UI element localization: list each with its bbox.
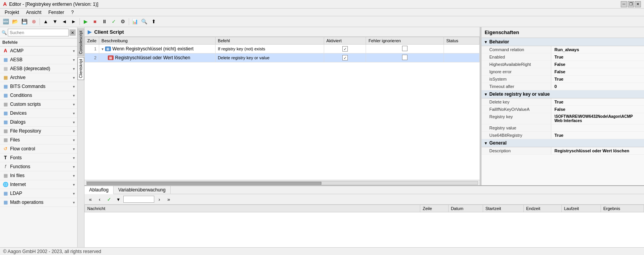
sidebar-item-aesb-deprecated[interactable]: ▦ AESB (deprecated) ▾	[0, 64, 77, 73]
toolbar-pause-btn[interactable]: ⏸	[100, 17, 109, 26]
chevron-down-icon-devices: ▾	[73, 111, 75, 115]
toolbar-down-btn[interactable]: ▼	[51, 17, 59, 26]
prop-section-general[interactable]: ▼ General	[482, 139, 644, 147]
prop-row-timeout: Timeout after 0	[482, 83, 644, 90]
table-row[interactable]: 2 ▦ Registryschlüssel oder Wert löschen …	[85, 53, 480, 62]
prop-row-registry-value: Registry value	[482, 124, 644, 132]
log-nav-first[interactable]: «	[86, 195, 95, 203]
restore-button[interactable]: ❐	[628, 1, 634, 7]
sidebar-item-devices[interactable]: ▦ Devices ▾	[0, 109, 77, 118]
sidebar-item-files[interactable]: ▦ Files ▾	[0, 136, 77, 145]
log-col-endzeit: Endzeit	[523, 205, 561, 212]
prop-section-delete-registry[interactable]: ▼ Delete registry key or value	[482, 90, 644, 98]
checkbox-aktiviert-2[interactable]	[342, 55, 348, 60]
toolbar-settings-btn[interactable]: ⚙	[119, 17, 127, 26]
sidebar-item-functions[interactable]: f Functions ▾	[0, 162, 77, 171]
checkbox-aktiviert-1[interactable]	[342, 46, 348, 52]
toolbar-open-btn[interactable]: 📂	[11, 17, 19, 26]
row-aktiviert-1[interactable]	[324, 45, 366, 53]
row-description-2: Registryschlüssel oder Wert löschen	[115, 55, 190, 60]
log-tab-variablen[interactable]: Variablenüberwachung	[114, 186, 171, 194]
toolbar-search-btn[interactable]: 🔍	[140, 17, 148, 26]
table-header-row: Zeile Beschreibung Befehl Aktiviert Fehl…	[85, 37, 480, 45]
minimize-button[interactable]: ─	[621, 1, 627, 7]
log-nav-input[interactable]	[123, 196, 154, 203]
sidebar-item-label-flow-control: Flow control	[10, 146, 35, 152]
col-zeile: Zeile	[85, 37, 99, 45]
menu-projekt[interactable]: Projekt	[2, 9, 22, 16]
sidebar-item-aesb[interactable]: ▦ AESB ▾	[0, 55, 77, 64]
prop-value-ignore-error: False	[551, 68, 644, 75]
sidebar-item-acmp[interactable]: A ACMP ▾	[0, 47, 77, 55]
log-tab-ablauflog[interactable]: Ablauflog	[85, 186, 114, 194]
log-nav-last[interactable]: »	[164, 195, 173, 203]
row-aktiviert-2[interactable]	[324, 53, 366, 62]
chevron-down-icon-files: ▾	[73, 138, 75, 142]
sidebar-item-internet[interactable]: 🌐 Internet ▾	[0, 180, 77, 189]
vtab-clientscript[interactable]: Clientskript	[78, 57, 84, 80]
sidebar-item-archive[interactable]: ▦ Archive ▾	[0, 73, 77, 82]
vtab-consolescript[interactable]: Consolescript	[78, 29, 84, 56]
sidebar-item-file-repository[interactable]: ▦ File Repository ▾	[0, 127, 77, 136]
search-icon: 🔍	[2, 30, 7, 35]
prop-label-delete-key: Delete key	[482, 98, 551, 105]
sidebar-item-label-files: Files	[10, 137, 20, 143]
sidebar-item-flow-control[interactable]: ↺ Flow control ▾	[0, 145, 77, 153]
row-desc-1: ▾ ▦ Wenn Registryschlüssel (nicht) exist…	[99, 45, 215, 53]
sidebar-item-ini-files[interactable]: ▦ Ini files ▾	[0, 171, 77, 180]
conditions-icon: ▦	[2, 92, 9, 98]
chevron-down-icon-fonts: ▾	[73, 156, 75, 160]
prop-label-timeout: Timeout after	[482, 83, 551, 90]
menu-ansicht[interactable]: Ansicht	[23, 9, 44, 16]
log-nav-prev[interactable]: ‹	[95, 195, 104, 203]
toolbar-left-btn[interactable]: ◄	[60, 17, 69, 26]
toolbar-stop-btn[interactable]: ■	[91, 17, 99, 26]
prop-section-label-behavior: Behavior	[489, 39, 509, 45]
close-button[interactable]: ✕	[635, 1, 641, 7]
chevron-down-icon-custom-scripts: ▾	[73, 102, 75, 107]
scrollbar-thumb[interactable]	[86, 181, 478, 185]
toolbar-up-btn[interactable]: ▲	[41, 17, 50, 26]
aesb-deprecated-icon: ▦	[2, 65, 9, 72]
toolbar-run-btn[interactable]: ▶	[81, 17, 90, 26]
sidebar-item-fonts[interactable]: T Fonts ▾	[0, 153, 77, 162]
checkbox-fehler-2[interactable]	[402, 55, 407, 60]
search-input[interactable]	[8, 29, 69, 36]
search-clear-button[interactable]: ✕	[69, 29, 76, 36]
collapse-icon-delete-registry: ▼	[484, 92, 488, 96]
toolbar-chart-btn[interactable]: 📊	[131, 17, 139, 26]
sidebar-item-dialogs[interactable]: ▦ Dialogs ▾	[0, 118, 77, 127]
menu-help[interactable]: ?	[68, 9, 77, 16]
row-num-1: 1	[85, 45, 99, 53]
toolbar-close-btn[interactable]: ⊗	[29, 17, 38, 26]
sidebar-item-conditions[interactable]: ▦ Conditions ▾	[0, 91, 77, 100]
prop-value-registry-key: \SOFTWARE\WOW6432Node\Aagon\ACMP Web Int…	[551, 113, 644, 124]
sidebar-item-custom-scripts[interactable]: ▦ Custom scripts ▾	[0, 100, 77, 109]
table-row[interactable]: 1 ▾ ▦ Wenn Registryschlüssel (nicht) exi…	[85, 45, 480, 53]
toolbar-new-btn[interactable]: 🆕	[2, 17, 10, 26]
prop-label-command-relation: Command relation	[482, 46, 551, 53]
log-col-startzeit: Startzeit	[483, 205, 523, 212]
log-nav-dropdown[interactable]: ▾	[114, 195, 123, 203]
log-nav-next[interactable]: ›	[155, 195, 164, 203]
toolbar-upload-btn[interactable]: ⬆	[149, 17, 158, 26]
row-fehler-1[interactable]	[366, 45, 444, 53]
log-col-ergebnis: Ergebnis	[601, 205, 644, 212]
sidebar-item-ldap[interactable]: ▦ LDAP ▾	[0, 189, 77, 198]
sidebar-item-math-operations[interactable]: ▦ Math operations ▾	[0, 198, 77, 207]
chevron-down-icon-aesb: ▾	[73, 58, 75, 62]
chevron-down-icon-acmp: ▾	[73, 49, 75, 53]
row-desc-2: ▦ Registryschlüssel oder Wert löschen	[99, 53, 215, 62]
toolbar-check-btn[interactable]: ✓	[109, 17, 118, 26]
log-nav-check[interactable]: ✓	[105, 195, 113, 203]
sidebar-item-bits-commands[interactable]: ▦ BITS Commands ▾	[0, 82, 77, 91]
prop-row-command-relation: Command relation Run_always	[482, 46, 644, 53]
menu-fenster[interactable]: Fenster	[45, 9, 67, 16]
toolbar-right-btn[interactable]: ►	[69, 17, 78, 26]
checkbox-fehler-1[interactable]	[402, 46, 407, 51]
log-tabs: Ablauflog Variablenüberwachung	[85, 186, 644, 194]
toolbar-save-btn[interactable]: 💾	[20, 17, 29, 26]
prop-label-description: Description	[482, 147, 551, 154]
row-fehler-2[interactable]	[366, 53, 444, 62]
prop-section-behavior[interactable]: ▼ Behavior	[482, 38, 644, 46]
